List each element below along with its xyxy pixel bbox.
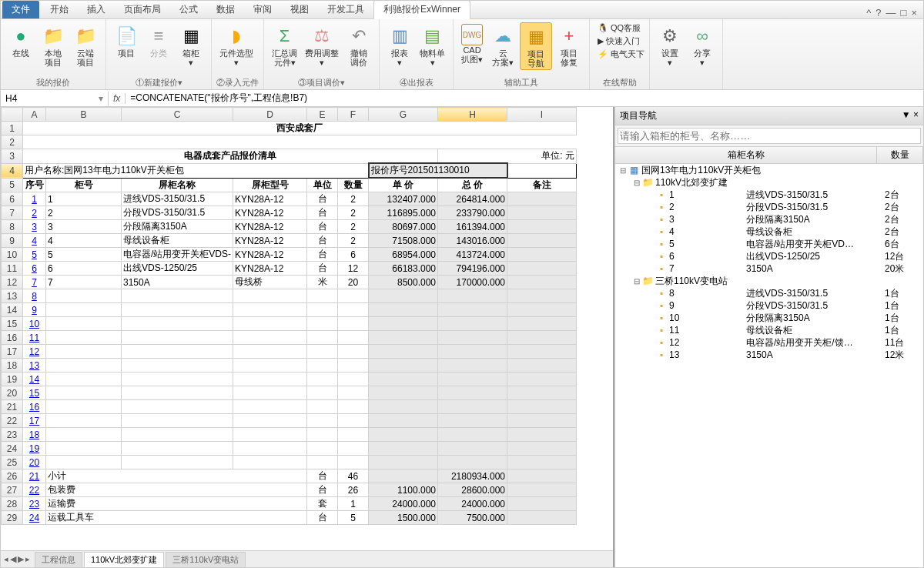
col-header-A[interactable]: A — [23, 108, 46, 122]
fx-icon[interactable]: fx — [109, 93, 126, 104]
tab-5[interactable]: 数据 — [207, 1, 244, 18]
bom-button[interactable]: ▤物料单▾ — [417, 22, 448, 68]
h-scrollbar[interactable] — [246, 553, 613, 566]
tree-item[interactable]: ▪1进线VDS-3150/31.52台 — [615, 189, 923, 201]
tree-item[interactable]: ▪3分段隔离3150A2台 — [615, 213, 923, 226]
formula-input[interactable]: =CONCATENATE("报价序号",工程信息!B7) — [126, 90, 923, 106]
qq-link[interactable]: 🐧QQ客服 — [598, 22, 644, 34]
tree-item[interactable]: ▪5电容器/站用变开关柜VD…6台 — [615, 238, 923, 250]
summarize-button[interactable]: Σ汇总调元件▾ — [269, 22, 300, 68]
online-button[interactable]: ●在线 — [5, 22, 36, 59]
col-header-B[interactable]: B — [46, 108, 122, 122]
formula-bar: H4▾ fx =CONCATENATE("报价序号",工程信息!B7) — [1, 90, 923, 107]
local-project-button[interactable]: 📁本地项目 — [38, 22, 69, 68]
sheet-tab-0[interactable]: 工程信息 — [35, 552, 82, 567]
fee-adjust-button[interactable]: ⚖费用调整▾ — [302, 22, 342, 68]
tree-item[interactable]: ▪73150A20米 — [615, 262, 923, 275]
project-button[interactable]: 📄项目 — [111, 22, 142, 59]
name-box[interactable]: H4▾ — [1, 92, 109, 105]
quickstart-link[interactable]: ▶快速入门 — [598, 35, 644, 47]
settings-button[interactable]: ⚙设置▾ — [654, 22, 685, 68]
max-button[interactable]: □ — [901, 7, 907, 18]
tab-1[interactable]: 开始 — [41, 1, 78, 18]
tab-4[interactable]: 公式 — [170, 1, 207, 18]
elec-link[interactable]: ⚡电气天下 — [598, 48, 644, 60]
menu-tabs: 文件开始插入页面布局公式数据审阅视图开发工具利驰报价ExWinner^?—□× — [1, 1, 923, 19]
col-header-G[interactable]: G — [369, 108, 438, 122]
sheet-tab-2[interactable]: 三桥110kV变电站 — [166, 552, 246, 567]
tree-item[interactable]: ▪12电容器/站用变开关柜/馈…11台 — [615, 336, 923, 349]
col-header-E[interactable]: E — [307, 108, 338, 122]
tree-item[interactable]: ▪9分段VDS-3150/31.51台 — [615, 299, 923, 312]
panel-title: 项目导航 — [620, 109, 657, 122]
tree-item[interactable]: ▪8进线VDS-3150/31.51台 — [615, 287, 923, 299]
sheet-tab-1[interactable]: 110kV北郊变扩建 — [84, 552, 164, 567]
cabinet-button[interactable]: ▦箱柜▾ — [176, 22, 206, 68]
selected-cell[interactable]: 报价序号201501130010 — [369, 163, 507, 178]
min-button[interactable]: — — [886, 7, 896, 18]
tab-8[interactable]: 开发工具 — [318, 1, 373, 18]
tree-item[interactable]: ▪6出线VDS-1250/2512台 — [615, 250, 923, 262]
project-nav-panel: 项目导航 ▼ × 箱柜名称 数量 ⊟▦国网13年电力110kV开关柜包⊟📁110… — [614, 107, 923, 567]
col-header-F[interactable]: F — [338, 108, 369, 122]
component-select-button[interactable]: ◗元件选型▾ — [216, 22, 256, 68]
tree-item[interactable]: ▪11母线设备柜1台 — [615, 324, 923, 336]
undo-adjust-button[interactable]: ↶撤销调价 — [343, 22, 374, 68]
cabinet-search-input[interactable] — [618, 128, 921, 144]
tree-item[interactable]: ▪2分段VDS-3150/31.52台 — [615, 201, 923, 213]
help-button[interactable]: ? — [875, 7, 881, 18]
sheet-tabs: ◂◀▶▸ 工程信息110kV北郊变扩建三桥110kV变电站 — [1, 550, 613, 567]
tab-6[interactable]: 审阅 — [244, 1, 281, 18]
tree-item[interactable]: ▪4母线设备柜2台 — [615, 226, 923, 238]
up-button[interactable]: ^ — [866, 7, 871, 18]
report-button[interactable]: ▥报表▾ — [384, 22, 415, 68]
share-button[interactable]: ∞分享▾ — [687, 22, 718, 68]
project-nav-button[interactable]: ▦项目导航 — [520, 22, 552, 70]
col-header-D[interactable]: D — [233, 108, 307, 122]
tab-0[interactable]: 文件 — [2, 1, 39, 18]
tab-9[interactable]: 利驰报价ExWinner — [373, 0, 470, 19]
classify-button[interactable]: ≡分类 — [143, 22, 174, 59]
spreadsheet-grid: ABCDEFGHI1西安成套厂23电器成套产品报价清单单位: 元4用户名称:国网… — [1, 107, 613, 550]
tab-7[interactable]: 视图 — [281, 1, 318, 18]
cloud-project-button[interactable]: 📁云端项目 — [70, 22, 101, 68]
tab-3[interactable]: 页面布局 — [115, 1, 170, 18]
close-button[interactable]: × — [911, 7, 917, 18]
col-header-H[interactable]: H — [438, 108, 507, 122]
tree-item[interactable]: ⊟📁110kV北郊变扩建 — [615, 176, 923, 189]
tab-2[interactable]: 插入 — [78, 1, 115, 18]
project-repair-button[interactable]: +项目修复 — [554, 22, 584, 68]
ribbon: ●在线📁本地项目📁云端项目我的报价📄项目≡分类▦箱柜▾①新建报价▾◗元件选型▾②… — [1, 19, 923, 90]
tree-item[interactable]: ⊟▦国网13年电力110kV开关柜包 — [615, 164, 923, 176]
cloud-scheme-button[interactable]: ☁云方案▾ — [487, 22, 518, 68]
col-header-I[interactable]: I — [507, 108, 577, 122]
tree-item[interactable]: ⊟📁三桥110kV变电站 — [615, 275, 923, 287]
cad-button[interactable]: DWGCAD扒图▾ — [458, 22, 486, 65]
tree-item[interactable]: ▪10分段隔离3150A1台 — [615, 312, 923, 324]
tree-item[interactable]: ▪133150A12米 — [615, 349, 923, 361]
col-header-C[interactable]: C — [122, 108, 233, 122]
